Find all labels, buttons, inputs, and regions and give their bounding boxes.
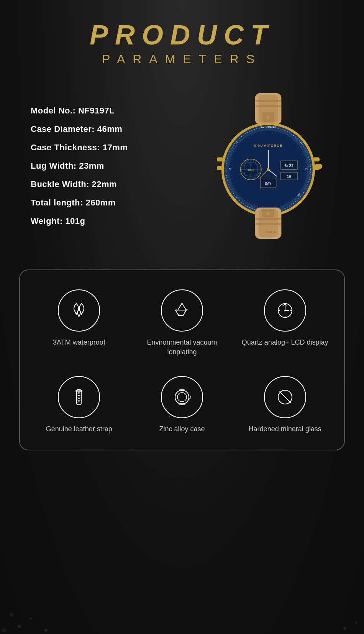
- svg-text:6:22: 6:22: [284, 164, 293, 168]
- svg-text:N: N: [267, 211, 270, 215]
- specs-list: Model No.: NF9197LCase Diameter: 46mmCas…: [31, 106, 188, 226]
- svg-text:DAY: DAY: [265, 182, 272, 186]
- spec-item: Case Diameter: 46mm: [31, 124, 188, 134]
- spec-item: Lug Width: 23mm: [31, 161, 188, 171]
- ionplating-label: Environmental vacuum ionplating: [134, 338, 230, 357]
- svg-point-45: [266, 231, 268, 233]
- svg-point-74: [30, 618, 32, 620]
- svg-point-77: [2, 628, 6, 632]
- spec-item: Case Thickness: 17mm: [31, 143, 188, 153]
- svg-point-75: [10, 613, 13, 617]
- svg-text:N·NAVIFORCE: N·NAVIFORCE: [254, 144, 282, 148]
- svg-text:10: 10: [287, 175, 291, 179]
- svg-rect-41: [256, 218, 281, 220]
- spec-item: Model No.: NF9197L: [31, 106, 188, 116]
- svg-point-73: [18, 625, 21, 628]
- svg-point-76: [44, 629, 48, 632]
- glass-icon-circle: [264, 376, 306, 418]
- svg-line-72: [280, 392, 290, 402]
- feature-case: Zinc alloy case: [134, 376, 230, 434]
- waterproof-icon-circle: [58, 289, 100, 332]
- svg-text:80: 80: [229, 168, 231, 170]
- glass-label: Hardened mineral glass: [249, 424, 321, 434]
- case-label: Zinc alloy case: [159, 424, 205, 434]
- spec-item: Weight: 101g: [31, 216, 188, 226]
- waterproof-label: 3ATM waterproof: [53, 338, 105, 347]
- features-box: 3ATM waterproof Environmental vacuum io: [19, 269, 345, 450]
- specs-section: Model No.: NF9197LCase Diameter: 46mmCas…: [0, 78, 364, 258]
- svg-point-59: [78, 397, 80, 399]
- svg-text:TACHYMETER: TACHYMETER: [260, 125, 277, 128]
- svg-rect-7: [217, 157, 223, 161]
- feature-waterproof: 3ATM waterproof: [31, 289, 127, 357]
- strap-icon-circle: [58, 376, 100, 418]
- title-parameters: PARAMETERS: [0, 52, 364, 66]
- feature-glass: Hardened mineral glass: [237, 376, 333, 434]
- svg-point-65: [177, 393, 187, 402]
- strap-label: Genuine leather strap: [46, 424, 112, 434]
- bg-decoration: [0, 596, 364, 634]
- svg-text:TIME: TIME: [248, 169, 254, 172]
- features-grid: 3ATM waterproof Environmental vacuum io: [31, 289, 333, 434]
- display-label: Quartz analog+ LCD display: [242, 338, 328, 347]
- feature-ionplating: Environmental vacuum ionplating: [134, 289, 230, 357]
- watch-illustration: N TACHYMETER 400 25: [203, 93, 333, 239]
- display-icon-circle: [264, 289, 306, 332]
- svg-point-47: [274, 231, 275, 233]
- svg-point-38: [267, 168, 269, 171]
- svg-point-46: [270, 231, 272, 233]
- title-product: PRODUCT: [0, 19, 364, 51]
- ionplating-icon-circle: [161, 289, 203, 332]
- feature-strap: Genuine leather strap: [31, 376, 127, 434]
- recycle-icon: [172, 300, 192, 321]
- spec-item: Buckle Width: 22mm: [31, 179, 188, 189]
- svg-text:N: N: [267, 115, 270, 120]
- svg-rect-9: [313, 157, 320, 161]
- svg-rect-66: [189, 396, 191, 398]
- svg-rect-8: [217, 166, 223, 170]
- svg-rect-11: [315, 164, 322, 169]
- svg-point-58: [78, 395, 80, 396]
- spec-item: Total length: 260mm: [31, 198, 188, 208]
- case-icon-circle: [161, 376, 203, 418]
- svg-rect-2: [256, 100, 281, 102]
- svg-point-57: [78, 392, 80, 394]
- svg-point-60: [78, 400, 80, 402]
- watchcase-icon: [172, 387, 192, 407]
- clock-icon: [275, 300, 295, 321]
- mineral-glass-icon: [275, 387, 295, 407]
- page-header: PRODUCT PARAMETERS: [0, 0, 364, 78]
- svg-text:250: 250: [305, 168, 308, 170]
- watch-image: N TACHYMETER 400 25: [195, 93, 341, 239]
- svg-point-78: [343, 627, 346, 630]
- svg-rect-42: [256, 223, 281, 225]
- feature-display: Quartz analog+ LCD display: [237, 289, 333, 357]
- water-icon: [69, 300, 89, 321]
- svg-rect-3: [256, 105, 281, 107]
- svg-point-79: [355, 621, 357, 624]
- strap-icon: [69, 387, 89, 407]
